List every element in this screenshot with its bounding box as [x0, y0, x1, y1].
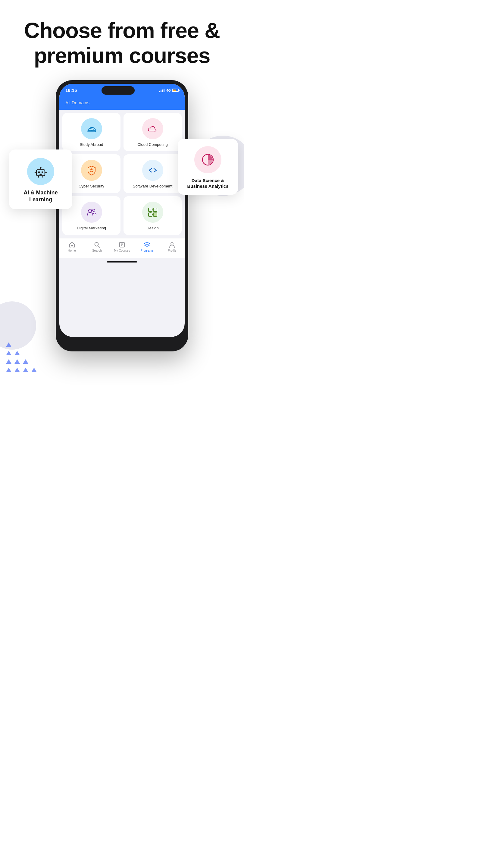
nav-my-courses[interactable]: My Courses — [113, 241, 131, 252]
nav-programs-label: Programs — [140, 249, 153, 252]
puzzle-svg — [147, 207, 158, 218]
cyber-security-label: Cyber Security — [78, 184, 104, 189]
svg-rect-2 — [41, 172, 43, 173]
status-bar: 16:15 4G — [59, 84, 185, 97]
svg-rect-14 — [88, 130, 96, 132]
nav-my-courses-label: My Courses — [114, 249, 130, 252]
home-bar — [107, 261, 137, 262]
app-content: Study Abroad Cloud Computing — [59, 110, 185, 239]
search-icon — [94, 241, 100, 248]
nav-profile[interactable]: Profile — [163, 241, 181, 252]
ds-icon-circle — [194, 146, 221, 173]
header-section: Choose from free & premium courses — [0, 0, 244, 80]
svg-point-4 — [40, 167, 41, 168]
nav-home-label: Home — [68, 249, 76, 252]
digital-marketing-icon — [81, 202, 102, 223]
nav-search[interactable]: Search — [88, 241, 106, 252]
study-abroad-label: Study Abroad — [79, 142, 103, 147]
domain-card-cloud-computing[interactable]: Cloud Computing — [124, 113, 182, 152]
phone-device: 16:15 4G All Domains — [56, 80, 188, 351]
svg-point-29 — [171, 243, 173, 245]
software-dev-icon — [142, 160, 163, 181]
svg-line-24 — [98, 246, 100, 247]
home-indicator — [59, 258, 185, 266]
floating-card-ai[interactable]: AI & Machine Learning — [9, 150, 72, 210]
nav-home[interactable]: Home — [63, 241, 81, 252]
programs-icon — [144, 241, 150, 248]
cyber-security-icon — [81, 160, 102, 181]
design-icon — [142, 202, 163, 223]
svg-point-18 — [93, 209, 95, 212]
piechart-icon — [201, 153, 215, 167]
study-abroad-svg — [86, 123, 97, 134]
home-icon — [69, 241, 75, 248]
cloud-computing-label: Cloud Computing — [137, 142, 167, 147]
courses-icon — [119, 241, 125, 248]
floating-card-ds[interactable]: Data Science & Business Analytics — [178, 139, 238, 195]
phone-wrapper: AI & Machine Learning Data Science & Bus… — [0, 80, 244, 351]
status-notch — [101, 86, 135, 95]
svg-rect-21 — [149, 213, 152, 216]
svg-rect-19 — [149, 208, 152, 212]
main-title: Choose from free & premium courses — [18, 18, 226, 68]
ai-icon-circle — [27, 158, 54, 185]
people-svg — [86, 207, 97, 218]
domain-card-design[interactable]: Design — [124, 196, 182, 235]
profile-icon — [169, 241, 175, 248]
cloud-computing-icon — [142, 118, 163, 139]
nav-profile-label: Profile — [168, 249, 176, 252]
domain-card-software-development[interactable]: Software Development — [124, 154, 182, 193]
cloud-svg — [147, 123, 158, 134]
svg-rect-9 — [39, 174, 42, 175]
status-icons: 4G — [159, 89, 178, 92]
svg-rect-22 — [153, 213, 157, 216]
ds-card-label: Data Science & Business Analytics — [184, 178, 232, 189]
ai-card-label: AI & Machine Learning — [16, 189, 65, 204]
status-time: 16:15 — [65, 88, 77, 93]
software-dev-label: Software Development — [133, 184, 173, 189]
code-svg — [147, 165, 158, 176]
network-label: 4G — [166, 89, 171, 92]
shield-svg — [86, 165, 97, 176]
phone-screen: 16:15 4G All Domains — [59, 84, 185, 337]
study-abroad-icon — [81, 118, 102, 139]
nav-programs[interactable]: Programs — [138, 241, 156, 252]
svg-rect-1 — [38, 172, 40, 173]
svg-rect-20 — [153, 208, 157, 212]
domains-grid: Study Abroad Cloud Computing — [62, 113, 182, 236]
svg-point-17 — [89, 209, 92, 212]
digital-marketing-label: Digital Marketing — [77, 226, 106, 231]
nav-search-label: Search — [92, 249, 102, 252]
robot-icon — [33, 164, 48, 179]
battery-icon — [172, 89, 178, 92]
signal-bars — [159, 89, 164, 92]
all-domains-label: All Domains — [65, 100, 90, 105]
bottom-nav: Home Search My Cours — [59, 238, 185, 258]
app-header: All Domains — [59, 97, 185, 110]
domain-card-study-abroad[interactable]: Study Abroad — [62, 113, 121, 152]
design-label: Design — [147, 226, 158, 231]
